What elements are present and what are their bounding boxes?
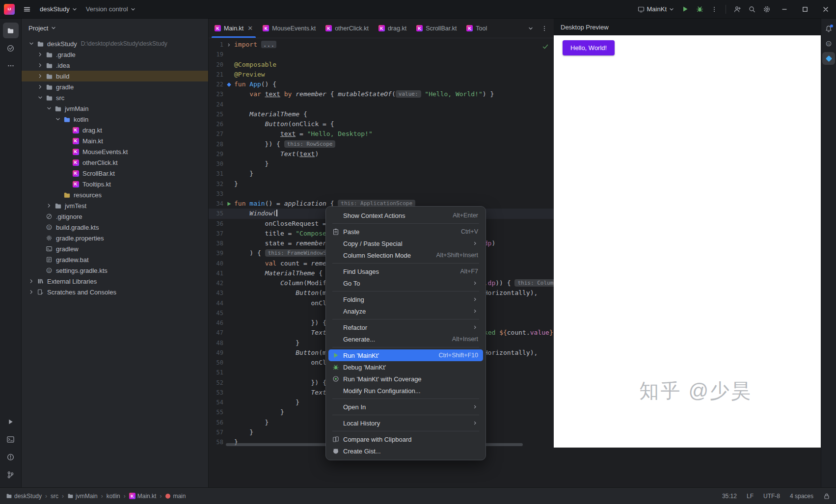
file-encoding[interactable]: UTF-8 bbox=[763, 493, 780, 500]
menu-item-local-history[interactable]: Local History bbox=[328, 417, 483, 429]
debug-button[interactable] bbox=[692, 2, 707, 17]
chevron-right-icon[interactable] bbox=[36, 72, 44, 80]
maximize-button[interactable] bbox=[795, 0, 815, 19]
menu-item-go-to[interactable]: Go To bbox=[328, 277, 483, 289]
tree-item-main-kt[interactable]: K Main.kt bbox=[22, 135, 208, 146]
code-line-33[interactable]: 33 bbox=[209, 189, 554, 199]
menu-item-refactor[interactable]: Refactor bbox=[328, 321, 483, 333]
tool-window-run-circle-button[interactable] bbox=[3, 414, 19, 429]
tree-item-external-libraries[interactable]: External Libraries bbox=[22, 276, 208, 287]
chevron-down-icon[interactable] bbox=[54, 115, 62, 123]
code-line-26[interactable]: 26 Button(onClick = { bbox=[209, 119, 554, 129]
menu-item-paste[interactable]: Paste Ctrl+V bbox=[328, 226, 483, 238]
tree-item-gradlew-bat[interactable]: gradlew.bat bbox=[22, 254, 208, 265]
menu-item-modify-run-configuration[interactable]: Modify Run Configuration... bbox=[328, 385, 483, 397]
tool-window-notifications-button[interactable] bbox=[822, 23, 835, 35]
settings-button[interactable] bbox=[759, 2, 774, 17]
tree-item-settings-gradle-kts[interactable]: G settings.gradle.kts bbox=[22, 265, 208, 276]
breadcrumb-main-kt[interactable]: KMain.kt bbox=[129, 493, 157, 500]
chevron-right-icon[interactable] bbox=[45, 202, 53, 210]
chevron-right-icon[interactable] bbox=[27, 277, 35, 285]
menu-item-copy-paste-special[interactable]: Copy / Paste Special bbox=[328, 238, 483, 249]
tab-main-kt[interactable]: KMain.kt ✕ bbox=[210, 19, 258, 38]
menu-item-column-selection-mode[interactable]: Column Selection Mode Alt+Shift+Insert bbox=[328, 249, 483, 261]
run-configuration-selector[interactable]: MainKt bbox=[634, 2, 677, 17]
preview-hello-button[interactable]: Hello, World! bbox=[563, 40, 615, 55]
code-line-25[interactable]: 25 MaterialTheme { bbox=[209, 109, 554, 119]
close-tab-icon[interactable]: ✕ bbox=[247, 25, 253, 32]
tool-window-terminal-button[interactable] bbox=[3, 431, 19, 447]
code-with-me-button[interactable] bbox=[730, 2, 745, 17]
main-menu-button[interactable] bbox=[20, 2, 34, 17]
chevron-down-icon[interactable] bbox=[51, 26, 56, 30]
project-selector[interactable]: deskStudy bbox=[36, 2, 81, 17]
tree-item-src[interactable]: src bbox=[22, 92, 208, 103]
tool-window-problems-button[interactable] bbox=[3, 449, 19, 465]
tree-item-gitignore[interactable]: .gitignore bbox=[22, 211, 208, 222]
code-line-27[interactable]: 27 text = "Hello, Desktop!" bbox=[209, 129, 554, 139]
tree-item-mouseevents-kt[interactable]: K MouseEvents.kt bbox=[22, 146, 208, 157]
hidden-tabs-button[interactable] bbox=[524, 22, 537, 35]
tree-item-jvmmain[interactable]: jvmMain bbox=[22, 103, 208, 114]
menu-item-run-mainkt[interactable]: Run 'MainKt' Ctrl+Shift+F10 bbox=[328, 349, 483, 361]
code-line-19[interactable]: 19 bbox=[209, 50, 554, 59]
tree-item-gradlew[interactable]: gradlew bbox=[22, 243, 208, 254]
tree-item-idea[interactable]: .idea bbox=[22, 60, 208, 71]
tree-item-scrollbar-kt[interactable]: K ScrollBar.kt bbox=[22, 168, 208, 179]
code-line-28[interactable]: 28 }) { this: RowScope bbox=[209, 139, 554, 149]
tree-item-resources[interactable]: resources bbox=[22, 189, 208, 200]
tree-item-deskstudy[interactable]: deskStudy D:\desktop\deskStudy\deskStudy bbox=[22, 38, 208, 49]
code-line-29[interactable]: 29 Text(text) bbox=[209, 149, 554, 159]
tool-window-vcs-button[interactable] bbox=[3, 467, 19, 482]
chevron-right-icon[interactable] bbox=[36, 61, 44, 69]
tree-item-gradle[interactable]: gradle bbox=[22, 81, 208, 92]
code-line-23[interactable]: 23 var text by remember { mutableStateOf… bbox=[209, 89, 554, 99]
breadcrumb-deskstudy[interactable]: deskStudy bbox=[6, 493, 42, 500]
tree-item-kotlin[interactable]: kotlin bbox=[22, 114, 208, 125]
chevron-down-icon[interactable] bbox=[36, 94, 44, 102]
tool-window-commit-button[interactable] bbox=[3, 40, 19, 56]
tool-window-gradle-button[interactable]: G bbox=[822, 37, 835, 50]
project-panel-title[interactable]: Project bbox=[28, 25, 48, 32]
close-button[interactable] bbox=[815, 0, 836, 19]
more-run-actions-button[interactable] bbox=[707, 2, 722, 17]
indent-setting[interactable]: 4 spaces bbox=[790, 493, 813, 500]
tree-item-otherclick-kt[interactable]: K otherClick.kt bbox=[22, 157, 208, 168]
tree-item-scratches-and-consoles[interactable]: Scratches and Consoles bbox=[22, 287, 208, 297]
folded-imports[interactable]: ... bbox=[261, 41, 276, 48]
code-line-31[interactable]: 31 } bbox=[209, 169, 554, 179]
tree-item-drag-kt[interactable]: K drag.kt bbox=[22, 125, 208, 135]
tab-mouseevents-kt[interactable]: KMouseEvents.kt bbox=[258, 19, 321, 38]
menu-item-create-gist[interactable]: Create Gist... bbox=[328, 445, 483, 457]
code-line-21[interactable]: 21 @Preview bbox=[209, 70, 554, 80]
chevron-right-icon[interactable] bbox=[36, 83, 44, 91]
tree-item-jvmtest[interactable]: jvmTest bbox=[22, 200, 208, 211]
tree-item-gradle-properties[interactable]: gradle.properties bbox=[22, 233, 208, 243]
tree-item-gradle[interactable]: .gradle bbox=[22, 49, 208, 60]
menu-item-analyze[interactable]: Analyze bbox=[328, 305, 483, 317]
code-line-24[interactable]: 24 bbox=[209, 100, 554, 109]
tab-scrollbar-kt[interactable]: KScrollBar.kt bbox=[411, 19, 461, 38]
editor-options-button[interactable] bbox=[538, 22, 551, 35]
tab-drag-kt[interactable]: Kdrag.kt bbox=[374, 19, 411, 38]
lock-icon[interactable] bbox=[823, 493, 830, 500]
breadcrumb-main[interactable]: main bbox=[165, 493, 186, 500]
breadcrumb-src[interactable]: src bbox=[51, 493, 58, 500]
menu-item-open-in[interactable]: Open In bbox=[328, 401, 483, 413]
search-everywhere-button[interactable] bbox=[745, 2, 759, 17]
vcs-widget[interactable]: Version control bbox=[82, 2, 139, 17]
menu-item-debug-mainkt[interactable]: Debug 'MainKt' bbox=[328, 361, 483, 373]
menu-item-compare-with-clipboard[interactable]: Compare with Clipboard bbox=[328, 433, 483, 445]
menu-item-generate[interactable]: Generate... Alt+Insert bbox=[328, 333, 483, 345]
line-separator[interactable]: LF bbox=[747, 493, 754, 500]
run-button[interactable] bbox=[677, 2, 692, 17]
menu-item-run-mainkt-with-coverage[interactable]: Run 'MainKt' with Coverage bbox=[328, 373, 483, 385]
tool-window-compose-preview-button[interactable] bbox=[822, 52, 835, 65]
code-line-1[interactable]: 1 import ... bbox=[209, 40, 554, 50]
tree-item-tooltips-kt[interactable]: K Tooltips.kt bbox=[22, 179, 208, 189]
menu-item-folding[interactable]: Folding bbox=[328, 293, 483, 305]
breadcrumb-kotlin[interactable]: kotlin bbox=[107, 493, 120, 500]
chevron-down-icon[interactable] bbox=[27, 40, 35, 48]
chevron-right-icon[interactable] bbox=[27, 288, 35, 296]
breadcrumb-jvmmain[interactable]: jvmMain bbox=[67, 493, 98, 500]
